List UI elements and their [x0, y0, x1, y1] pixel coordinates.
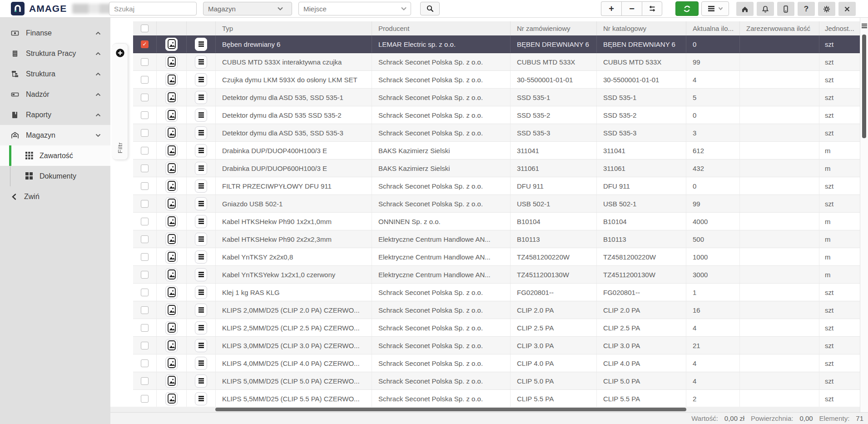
table-row[interactable]: Drabinka DUP/DUOP400H100/3 E BAKS Kazimi… [133, 142, 860, 160]
sidebar-item-raporty[interactable]: Raporty [0, 105, 110, 125]
row-menu-button[interactable] [195, 339, 207, 352]
row-checkbox[interactable] [141, 253, 149, 261]
row-menu-button[interactable] [195, 126, 207, 140]
row-menu-button[interactable] [195, 55, 207, 69]
row-image-button[interactable] [165, 268, 178, 281]
column-header-zarezerwowana-ilosc[interactable]: Zarezerwowana ilość [740, 21, 819, 35]
settings-button[interactable] [818, 2, 835, 16]
row-checkbox[interactable] [141, 76, 149, 84]
row-image-button[interactable] [165, 357, 178, 370]
row-menu-button[interactable] [195, 180, 207, 193]
row-menu-button[interactable] [195, 162, 207, 175]
row-image-button[interactable] [165, 286, 178, 299]
table-row[interactable]: KLIPS 2,5MM/D25 (CLIP 2.5 PA) CZERWO... … [133, 319, 860, 337]
table-row[interactable]: KLIPS 3,0MM/D25 (CLIP 3.0 PA) CZERWO... … [133, 337, 860, 354]
miejsce-combobox[interactable] [298, 2, 411, 15]
row-menu-button[interactable] [195, 392, 207, 405]
row-menu-button[interactable] [195, 374, 207, 388]
row-checkbox[interactable] [141, 111, 149, 119]
select-all-checkbox[interactable] [141, 25, 149, 32]
table-row[interactable]: Czujka dymu LKM 593X do osłony LKM SET S… [133, 71, 860, 89]
column-header-nr-katalogowy[interactable]: Nr katalogowy [597, 21, 686, 35]
table-row[interactable]: Kabel YnTKSYekw 1x2x1,0 czerwony Elektry… [133, 266, 860, 284]
row-image-button[interactable] [165, 250, 178, 264]
row-checkbox[interactable] [141, 200, 149, 208]
row-menu-button[interactable] [195, 233, 207, 246]
table-row[interactable]: KLIPS 5,5MM/D25 (CLIP 5.5 PA) CZERWO... … [133, 390, 860, 408]
table-row[interactable]: Detektor dymu dla ASD 535, SSD 535-1 Sch… [133, 89, 860, 106]
add-item-button[interactable]: + [601, 1, 621, 16]
row-image-button[interactable] [165, 374, 178, 388]
table-row[interactable]: Kabel YnTKSY 2x2x0,8 Elektryczne Centrum… [133, 248, 860, 266]
actions-menu-button[interactable] [701, 1, 729, 16]
row-checkbox[interactable] [141, 147, 149, 155]
refresh-button[interactable] [675, 1, 699, 16]
filter-panel-tab[interactable]: Filtr [112, 43, 128, 160]
row-checkbox[interactable] [141, 235, 149, 243]
sidebar-item-magazyn[interactable]: Magazyn [0, 125, 110, 145]
row-checkbox[interactable] [141, 271, 149, 279]
close-button[interactable] [838, 2, 856, 16]
table-row[interactable]: Gniazdo USB 502-1 Schrack Seconet Polska… [133, 195, 860, 213]
horizontal-scrollbar[interactable] [110, 407, 860, 412]
row-image-button[interactable] [165, 339, 178, 352]
home-button[interactable] [736, 2, 754, 16]
row-checkbox[interactable] [141, 129, 149, 137]
row-image-button[interactable] [165, 109, 178, 122]
column-header-typ[interactable]: Typ [216, 21, 372, 35]
row-checkbox[interactable] [141, 289, 149, 296]
table-row[interactable]: Detektor dymu dla ASD 535 SSD 535-2 Schr… [133, 106, 860, 124]
row-image-button[interactable] [165, 215, 178, 228]
magazyn-select[interactable]: Magazyn [203, 2, 292, 15]
row-menu-button[interactable] [195, 73, 207, 86]
row-checkbox[interactable] [141, 324, 149, 332]
help-button[interactable]: ? [798, 2, 815, 16]
row-menu-button[interactable] [195, 38, 207, 51]
row-menu-button[interactable] [195, 91, 207, 104]
row-checkbox[interactable] [141, 165, 149, 172]
row-checkbox[interactable] [141, 58, 149, 66]
row-checkbox[interactable] [141, 182, 149, 190]
row-image-button[interactable] [165, 304, 178, 317]
row-checkbox[interactable] [141, 218, 149, 225]
add-filter-button[interactable] [115, 48, 125, 58]
column-header-aktualna-ilosc[interactable]: Aktualna ilo... [686, 21, 740, 35]
column-header-jednostka[interactable]: Jednost... [819, 21, 860, 35]
table-row[interactable]: CUBUS MTD 533X interaktywna czujka Schra… [133, 53, 860, 71]
row-image-button[interactable] [165, 126, 178, 140]
row-checkbox[interactable] [141, 359, 149, 367]
row-checkbox[interactable] [141, 40, 149, 48]
row-menu-button[interactable] [195, 144, 207, 157]
table-row[interactable]: Detektor dymu dla ASD 535, SSD 535-3 Sch… [133, 124, 860, 142]
chevron-down-icon[interactable] [401, 6, 407, 11]
table-row[interactable]: Bęben drewniany 6 LEMAR Electric sp. z o… [133, 35, 860, 53]
row-menu-button[interactable] [195, 321, 207, 334]
row-menu-button[interactable] [195, 268, 207, 281]
row-checkbox[interactable] [141, 306, 149, 314]
table-row[interactable]: Drabinka DUP/DUOP600H100/3 E BAKS Kazimi… [133, 160, 860, 177]
transfer-button[interactable] [642, 1, 662, 16]
row-checkbox[interactable] [141, 395, 149, 403]
row-menu-button[interactable] [195, 109, 207, 122]
search-input[interactable] [109, 2, 197, 15]
row-menu-button[interactable] [195, 304, 207, 317]
sidebar-item-finanse[interactable]: Finanse [0, 23, 110, 43]
sidebar-subitem-dokumenty[interactable]: Dokumenty [0, 166, 110, 186]
row-checkbox[interactable] [141, 342, 149, 349]
row-menu-button[interactable] [195, 215, 207, 228]
table-row[interactable]: Kabel HTKSHekw Ph90 2x2x2,3mm Elektryczn… [133, 230, 860, 248]
sidebar-collapse-button[interactable]: Zwiń [0, 186, 110, 207]
row-menu-button[interactable] [195, 357, 207, 370]
vertical-scrollbar[interactable] [860, 17, 868, 413]
remove-item-button[interactable]: − [621, 1, 642, 16]
row-image-button[interactable] [165, 392, 178, 405]
column-header-nr-zamowieniowy[interactable]: Nr zamówieniowy [511, 21, 597, 35]
sidebar-subitem-zawartosc[interactable]: Zawartość [0, 145, 110, 166]
row-image-button[interactable] [165, 162, 178, 175]
row-menu-button[interactable] [195, 197, 207, 210]
row-image-button[interactable] [165, 233, 178, 246]
table-row[interactable]: Kabel HTKSHekw Ph90 1x2x1,0mm ONNINEN Sp… [133, 213, 860, 230]
sidebar-item-struktura[interactable]: Struktura [0, 64, 110, 84]
row-checkbox[interactable] [141, 377, 149, 385]
row-image-button[interactable] [165, 144, 178, 157]
